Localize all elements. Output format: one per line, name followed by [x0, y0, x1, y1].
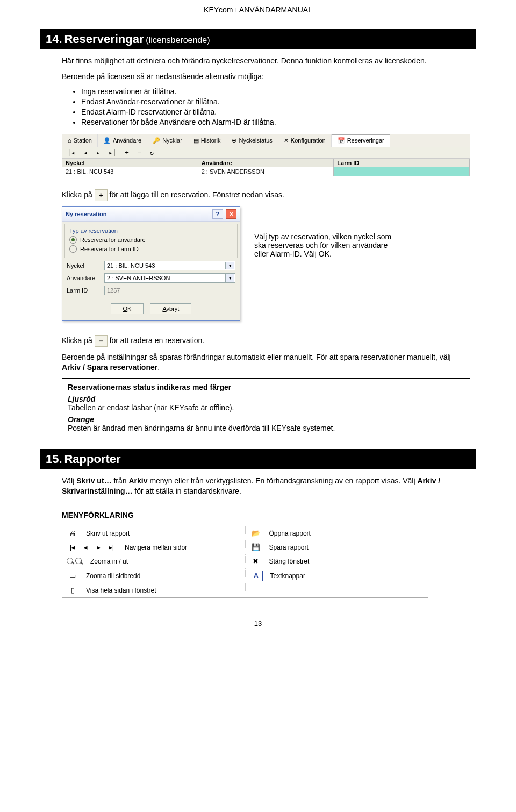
menu-label: Spara rapport: [269, 544, 309, 551]
cell-larmid: [334, 167, 470, 176]
col-anvandare: Användare: [198, 159, 334, 167]
section-14-title: Reserveringar: [64, 32, 144, 46]
bullet-item: Endast Alarm-ID reservationer är tillåtn…: [81, 108, 470, 116]
menu-label: Navigera mellan sidor: [125, 544, 187, 551]
nav-prev[interactable]: ◂: [82, 149, 89, 156]
nav-last[interactable]: ▸|: [107, 149, 118, 156]
klicka-add-line: Klicka på + för att lägga till en reserv…: [62, 189, 470, 201]
toolbar-screenshot: ⌂Station 👤Användare 🔑Nycklar ▤Historik ⊕…: [62, 134, 470, 176]
col-larmid: Larm ID: [334, 159, 470, 167]
tab-reserveringar[interactable]: 📅Reserveringar: [332, 134, 390, 147]
nav-add[interactable]: +: [123, 149, 130, 156]
section-15-heading: 15. Rapporter: [40, 449, 476, 469]
dialog-description: Välj typ av reservation, vilken nyckel s…: [254, 206, 394, 258]
fit-page-icon: ▯: [67, 586, 78, 595]
menu-label: Zooma in / ut: [90, 558, 128, 565]
reservation-type-group: Typ av reservation Reservera för använda…: [64, 224, 238, 258]
menu-label: Skriv ut rapport: [86, 530, 130, 537]
field-nyckel-label: Nyckel: [67, 262, 100, 269]
section-14-bullets: Inga reservationer är tillåtna. Endast A…: [71, 87, 470, 126]
field-larmid-label: Larm ID: [67, 287, 100, 294]
nav-next[interactable]: ▸: [95, 149, 102, 156]
section-14-pretext: Beroende på licensen så är nedanstående …: [62, 72, 470, 82]
doc-header: KEYcom+ ANVÄNDARMANUAL: [40, 0, 476, 29]
zoom-width-icon: ▭: [67, 571, 78, 581]
close-window-icon: ✖: [250, 557, 262, 566]
nav-remove[interactable]: −: [136, 149, 143, 156]
ok-button[interactable]: OK: [111, 303, 144, 314]
section-14-paren: (licensberoende): [146, 35, 210, 45]
status-orange-text: Posten är ändrad men ändringarna är ännu…: [68, 424, 464, 432]
tab-konfiguration[interactable]: ✕Konfiguration: [278, 134, 332, 147]
plus-icon[interactable]: +: [95, 189, 108, 201]
menu-label: Stäng fönstret: [269, 558, 310, 565]
status-colors-box: Reservationernas status indikeras med fä…: [62, 378, 470, 437]
section-15-p1: Välj Skriv ut… från Arkiv menyn eller fr…: [62, 476, 470, 496]
col-nyckel: Nyckel: [62, 159, 198, 167]
status-ljusrod-label: Ljusröd: [68, 395, 464, 403]
dialog-title: Ny reservation: [66, 211, 106, 217]
menu-label: Zooma till sidbredd: [86, 572, 140, 580]
field-larmid: 1257: [104, 286, 235, 295]
new-reservation-dialog: Ny reservation ? ✕ Typ av reservation Re…: [62, 206, 240, 322]
page-number: 13: [40, 598, 476, 628]
open-folder-icon: 📂: [250, 529, 262, 538]
klicka-del-line: Klicka på − för att radera en reservatio…: [62, 335, 470, 347]
group-title: Typ av reservation: [69, 227, 233, 234]
section-14-number: 14.: [46, 32, 62, 46]
section-14-intro: Här finns möjlighet att definiera och fö…: [62, 56, 470, 66]
save-icon: 💾: [250, 543, 262, 552]
menu-label: Öppna rapport: [269, 530, 311, 537]
section-15-title: Rapporter: [64, 452, 120, 466]
field-anvandare-label: Användare: [67, 275, 100, 281]
chevron-down-icon[interactable]: ▾: [225, 274, 234, 282]
cell-nyckel: 21 : BIL, NCU 543: [62, 167, 198, 176]
pagenav-icons: |◂◂▸▸|: [67, 543, 117, 552]
bullet-item: Inga reservationer är tillåtna.: [81, 87, 470, 96]
zoom-icons: [67, 558, 83, 565]
chevron-down-icon[interactable]: ▾: [225, 262, 234, 269]
section-14-heading: 14. Reserveringar (licensberoende): [40, 29, 476, 49]
field-nyckel[interactable]: 21 : BIL, NCU 543 ▾: [104, 261, 235, 270]
tab-anvandare[interactable]: 👤Användare: [98, 134, 147, 147]
radio-larmid[interactable]: Reservera för Larm ID: [69, 245, 233, 253]
tab-historik[interactable]: ▤Historik: [188, 134, 227, 147]
printer-icon: 🖨: [67, 529, 78, 538]
minus-icon[interactable]: −: [95, 335, 108, 347]
cell-anvandare: 2 : SVEN ANDERSSON: [198, 167, 334, 176]
menu-label: Visa hela sidan i fönstret: [86, 587, 156, 594]
nav-first[interactable]: |◂: [66, 149, 76, 156]
close-icon[interactable]: ✕: [226, 209, 236, 219]
save-text: Beroende på inställningar så sparas förä…: [62, 352, 470, 373]
tab-nyckelstatus[interactable]: ⊕Nyckelstatus: [226, 134, 278, 147]
radio-user[interactable]: Reservera för användare: [69, 236, 233, 244]
status-ljusrod-text: Tabellen är endast läsbar (när KEYsafe ä…: [68, 403, 464, 412]
menu-explanation-header: MENYFÖRKLARING: [62, 510, 470, 521]
bullet-item: Reservationer för både Användare och Ala…: [81, 118, 470, 126]
tab-nycklar[interactable]: 🔑Nycklar: [147, 134, 188, 147]
tab-station[interactable]: ⌂Station: [62, 134, 98, 147]
section-15-number: 15.: [46, 452, 62, 466]
nav-refresh[interactable]: ↻: [148, 149, 155, 156]
menu-label: Textknappar: [270, 572, 305, 580]
bullet-item: Endast Användar-reservationer är tillåtn…: [81, 97, 470, 106]
status-orange-label: Orange: [68, 415, 464, 424]
cancel-button[interactable]: Avbryt: [150, 303, 191, 314]
help-icon[interactable]: ?: [212, 209, 223, 219]
field-anvandare[interactable]: 2 : SVEN ANDERSSON ▾: [104, 273, 235, 283]
menu-explanation-table: 🖨 Skriv ut rapport 📂 Öppna rapport |◂◂▸▸…: [62, 526, 428, 598]
statusbox-header: Reservationernas status indikeras med fä…: [68, 383, 464, 391]
textbuttons-icon: A: [250, 571, 263, 581]
